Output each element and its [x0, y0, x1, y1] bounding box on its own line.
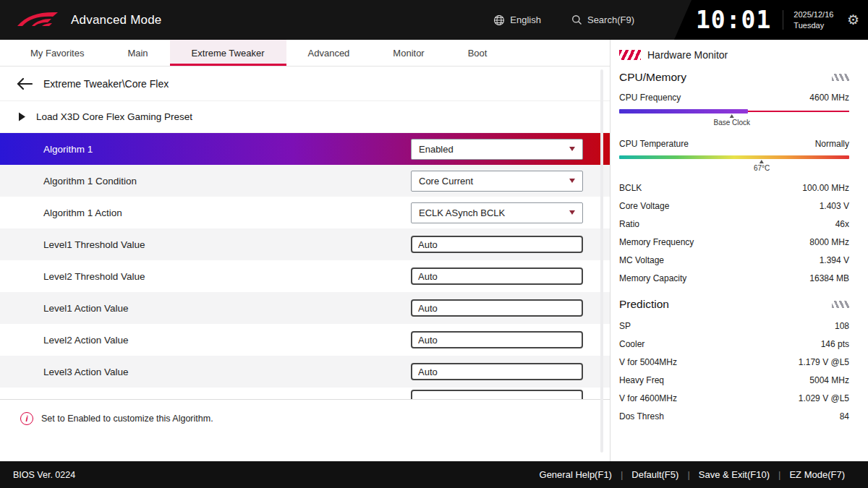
setting-row-algorithm-1[interactable]: Algorithm 1 Enabled	[0, 133, 610, 165]
rog-logo	[16, 9, 59, 32]
tab-monitor[interactable]: Monitor	[371, 40, 446, 66]
dropdown-value: ECLK ASynch BCLK	[419, 207, 505, 218]
general-help-button[interactable]: General Help(F1)	[531, 469, 621, 480]
setting-row-level2-action[interactable]: Level2 Action Value	[0, 324, 610, 356]
stat-row-cooler: Cooler 146 pts	[610, 335, 868, 353]
left-column: My Favorites Main Extreme Tweaker Advanc…	[0, 40, 610, 461]
partial-input[interactable]	[411, 390, 583, 399]
preset-label: Load X3D Core Flex Gaming Preset	[36, 111, 192, 122]
tab-label: Main	[127, 48, 148, 59]
settings-panel: Extreme Tweaker\Core Flex Load X3D Core …	[0, 67, 610, 461]
level2-threshold-input[interactable]	[411, 267, 583, 285]
cpu-memory-stats: BCLK 100.00 MHz Core Voltage 1.403 V Rat…	[610, 179, 868, 287]
stat-row-mc-voltage: MC Voltage 1.394 V	[610, 251, 868, 269]
algorithm-1-dropdown[interactable]: Enabled	[411, 139, 583, 160]
footer-bar: BIOS Ver. 0224 General Help(F1) | Defaul…	[0, 461, 868, 488]
stat-label: Memory Capacity	[619, 273, 686, 283]
search-button[interactable]: Search(F9)	[571, 14, 634, 25]
content-area: My Favorites Main Extreme Tweaker Advanc…	[0, 40, 868, 461]
load-preset-item[interactable]: Load X3D Core Flex Gaming Preset	[0, 101, 610, 133]
setting-row-level2-threshold[interactable]: Level2 Threshold Value	[0, 260, 610, 292]
language-label: English	[510, 14, 541, 25]
stat-value: 1.029 V @L5	[799, 393, 849, 403]
setting-row-level1-threshold[interactable]: Level1 Threshold Value	[0, 228, 610, 260]
footer-actions: General Help(F1) | Default(F5) | Save & …	[531, 469, 854, 480]
top-bar: Advanced Mode English Search(F9) 10:01 2…	[0, 0, 868, 40]
stat-value: 1.179 V @L5	[799, 357, 849, 367]
cpu-memory-section-title: CPU/Memory	[610, 67, 868, 90]
language-selector[interactable]: English	[493, 14, 541, 26]
level1-action-input[interactable]	[411, 299, 583, 317]
tab-advanced[interactable]: Advanced	[286, 40, 372, 66]
algorithm-1-action-dropdown[interactable]: ECLK ASynch BCLK	[411, 202, 583, 223]
bios-version: BIOS Ver. 0224	[13, 470, 75, 480]
tab-boot[interactable]: Boot	[446, 40, 509, 66]
breadcrumb: Extreme Tweaker\Core Flex	[0, 67, 610, 101]
hardware-monitor-icon	[619, 50, 641, 60]
search-icon	[571, 14, 582, 25]
setting-label: Algorithm 1 Condition	[43, 176, 137, 187]
cpu-frequency-bar	[619, 109, 849, 114]
cpu-temperature-bar	[619, 155, 849, 159]
setting-row-level3-action[interactable]: Level3 Action Value	[0, 356, 610, 388]
search-label: Search(F9)	[587, 14, 634, 25]
stat-row-memory-capacity: Memory Capacity 16384 MB	[610, 269, 868, 287]
stat-value: 108	[835, 321, 849, 331]
stat-label: V for 5004MHz	[619, 357, 677, 367]
cpu-temperature-marker: 67°C	[754, 160, 770, 172]
breadcrumb-text: Extreme Tweaker\Core Flex	[43, 78, 169, 90]
tab-label: Extreme Tweaker	[192, 48, 265, 59]
app-title: Advanced Mode	[71, 13, 161, 27]
help-area: Set to Enabled to customize this Algorit…	[0, 399, 610, 461]
section-hatch-icon	[832, 301, 849, 308]
stat-label: BCLK	[619, 183, 642, 193]
save-exit-button[interactable]: Save & Exit(F10)	[690, 469, 778, 480]
dropdown-value: Core Current	[419, 176, 473, 187]
stat-value: 1.403 V	[820, 201, 849, 211]
tab-extreme-tweaker[interactable]: Extreme Tweaker	[170, 40, 286, 66]
clock-date-value: 2025/12/16	[793, 10, 833, 19]
setting-row-partial	[0, 388, 610, 399]
setting-label: Level1 Action Value	[43, 303, 129, 314]
clock-time: 10:01	[696, 6, 771, 34]
tab-label: Boot	[468, 48, 488, 59]
globe-icon	[493, 14, 505, 26]
default-button[interactable]: Default(F5)	[623, 469, 687, 480]
level2-action-input[interactable]	[411, 331, 583, 348]
setting-row-algorithm-1-action[interactable]: Algorithm 1 Action ECLK ASynch BCLK	[0, 197, 610, 228]
section-title-text: CPU/Memory	[619, 71, 686, 84]
ez-mode-button[interactable]: EZ Mode(F7)	[780, 469, 854, 480]
tab-my-favorites[interactable]: My Favorites	[9, 40, 106, 66]
stat-label: MC Voltage	[619, 255, 664, 265]
stat-value: 1.394 V	[820, 255, 849, 265]
setting-label: Level2 Threshold Value	[43, 271, 145, 282]
setting-row-level1-action[interactable]: Level1 Action Value	[0, 292, 610, 324]
cpu-temperature-value: Normally	[815, 139, 849, 149]
cpu-temperature-gauge: CPU Temperature Normally 67°C	[610, 136, 868, 176]
stat-row-dos-thresh: Dos Thresh 84	[610, 407, 868, 425]
setting-label: Level1 Threshold Value	[43, 239, 145, 250]
stat-value: 16384 MB	[809, 273, 849, 283]
stat-value: 5004 MHz	[809, 375, 849, 385]
gear-icon[interactable]	[847, 12, 859, 28]
stat-label: Heavy Freq	[619, 375, 664, 385]
stat-row-memory-frequency: Memory Frequency 8000 MHz	[610, 233, 868, 251]
back-arrow-icon[interactable]	[16, 77, 33, 90]
setting-row-algorithm-1-condition[interactable]: Algorithm 1 Condition Core Current	[0, 165, 610, 197]
stat-label: Memory Frequency	[619, 237, 694, 247]
cpu-temperature-label: CPU Temperature	[619, 139, 689, 149]
section-hatch-icon	[832, 74, 849, 81]
base-clock-marker-label: Base Clock	[714, 119, 751, 127]
stat-row-bclk: BCLK 100.00 MHz	[610, 179, 868, 197]
tab-label: Monitor	[393, 48, 424, 59]
algorithm-1-condition-dropdown[interactable]: Core Current	[411, 171, 583, 192]
level1-threshold-input[interactable]	[411, 236, 583, 253]
prediction-section-title: Prediction	[610, 294, 868, 317]
level3-action-input[interactable]	[411, 363, 583, 380]
stat-value: 84	[840, 411, 849, 421]
setting-label: Algorithm 1	[43, 144, 93, 155]
tab-main[interactable]: Main	[106, 40, 169, 66]
cpu-frequency-label: CPU Frequency	[619, 93, 681, 103]
scrollbar[interactable]	[600, 69, 603, 453]
chevron-down-icon	[569, 210, 575, 215]
